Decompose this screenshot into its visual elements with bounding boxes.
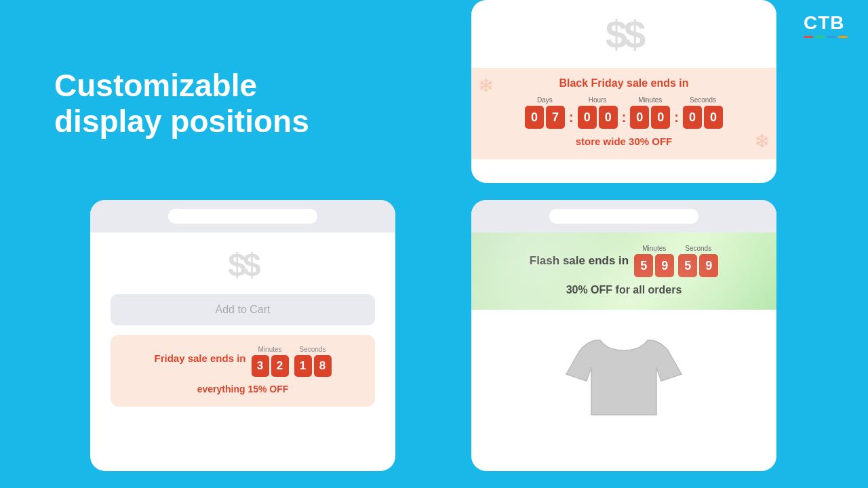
flash-minutes-digits: 5 9 [634,254,674,277]
colon-1: : [569,110,574,125]
snowflake-right-icon: ❄ [754,130,770,152]
flash-seconds-label: Seconds [685,245,711,252]
hour-digit-0: 0 [578,106,597,129]
flash-card-body [471,310,776,445]
flash-min-1: 9 [655,254,674,277]
sec-digit-1-top: 0 [704,106,723,129]
min-digit-0-top: 0 [630,106,649,129]
card-flash-sale: Flash sale ends in Minutes 5 9 Seconds 5… [471,200,776,471]
card-friday-sale: $$ Add to Cart Friday sale ends in Minut… [90,200,395,471]
card-body-left: $$ Add to Cart Friday sale ends in Minut… [90,232,395,420]
black-friday-title: Black Friday sale ends in [485,77,763,89]
logo-underline [804,36,848,38]
hours-digits: 0 0 [578,106,618,129]
sec-digit-1-bl: 8 [314,355,332,377]
tshirt-svg-icon [563,330,685,425]
seconds-digits-top: 0 0 [683,106,723,129]
add-to-cart-button[interactable]: Add to Cart [111,294,375,325]
price-placeholder-left: $$ [111,246,375,283]
minutes-group-top: Minutes 0 0 [630,96,670,129]
flash-title-row: Flash sale ends in Minutes 5 9 Seconds 5… [488,245,760,277]
hour-digit-1: 0 [599,106,618,129]
friday-sale-banner: Friday sale ends in Minutes 3 2 Seconds [111,335,375,407]
min-digit-0-bl: 3 [252,355,269,377]
seconds-label-bl: Seconds [300,346,326,353]
sec-digit-0-bl: 1 [294,355,312,377]
nav-bar-left [90,200,395,232]
black-friday-subtitle: store wide 30% OFF [485,136,763,147]
days-digits: 0 7 [525,106,565,129]
sec-digit-0-top: 0 [683,106,702,129]
flash-min-0: 5 [634,254,653,277]
flash-seconds-digits: 5 9 [678,254,718,277]
flash-minutes-label: Minutes [642,245,666,252]
flash-sale-subtitle: 30% OFF for all orders [488,284,760,296]
seconds-digits-bl: 1 8 [294,355,332,377]
price-placeholder-top: $$ [471,0,776,68]
min-digit-1-top: 0 [651,106,670,129]
day-digit-0: 0 [525,106,544,129]
min-digit-1-bl: 2 [271,355,289,377]
colon-3: : [674,110,679,125]
day-digit-1: 7 [546,106,565,129]
friday-sale-subtitle: everything 15% OFF [124,384,361,394]
flash-sale-title: Flash sale ends in [530,254,629,268]
minutes-digits-bl: 3 2 [252,355,289,377]
countdown-top: Days 0 7 : Hours 0 0 : Minutes 0 [485,96,763,129]
flash-sale-banner: Flash sale ends in Minutes 5 9 Seconds 5… [471,232,776,310]
colon-2: : [622,110,627,125]
black-friday-banner: ❄ ❄ Black Friday sale ends in Days 0 7 :… [471,68,776,159]
friday-sale-title: Friday sale ends in [154,352,245,364]
flash-sec-0: 5 [678,254,697,277]
nav-bar-right [471,200,776,232]
card-black-friday: $$ ❄ ❄ Black Friday sale ends in Days 0 … [471,0,776,183]
seconds-group-top: Seconds 0 0 [683,96,723,129]
nav-pill-left [168,209,317,224]
main-title: Customizable display positions [54,68,309,140]
snowflake-left-icon: ❄ [478,75,494,97]
nav-pill-right [549,209,698,224]
tshirt-product-image [556,323,692,432]
days-group: Days 0 7 [525,96,565,129]
ctb-logo: CTB [804,12,848,38]
flash-sec-1: 9 [699,254,718,277]
minutes-digits-top: 0 0 [630,106,670,129]
hours-group: Hours 0 0 [578,96,618,129]
minutes-label-bl: Minutes [258,346,282,353]
